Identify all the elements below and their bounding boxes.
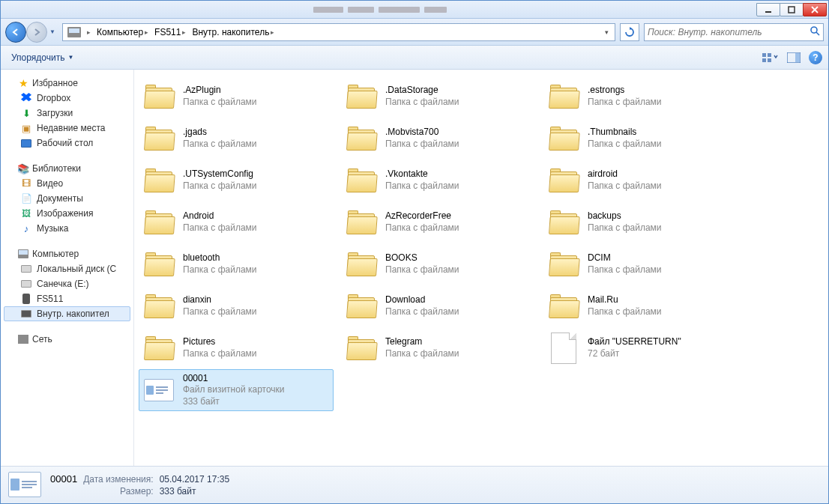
file-text: bluetoothПапка с файлами <box>183 252 257 276</box>
sidebar-item-downloads[interactable]: ⬇Загрузки <box>4 106 130 121</box>
file-name: Android <box>183 210 257 222</box>
file-item[interactable]: .estrongsПапка с файлами <box>543 76 738 118</box>
item-label: Документы <box>37 193 83 204</box>
sidebar-item-dropbox[interactable]: Dropbox <box>4 91 130 106</box>
item-label: Санечка (E:) <box>37 279 88 289</box>
folder-icon <box>142 248 175 281</box>
file-subtitle: Папка с файлами <box>588 222 662 234</box>
svg-rect-6 <box>762 53 766 57</box>
preview-pane-button[interactable] <box>785 49 803 66</box>
svg-rect-11 <box>795 53 800 62</box>
sidebar-item-videos[interactable]: 🎞Видео <box>4 176 130 191</box>
file-text: 00001Файл визитной карточки333 байт <box>183 373 285 408</box>
file-column: .DataStorageПапка с файлами.Mobvista700П… <box>341 76 536 411</box>
file-item[interactable]: dianxinПапка с файлами <box>139 285 334 327</box>
sidebar-group-favorites: ★ Избранное Dropbox ⬇Загрузки ▣Недавние … <box>4 76 130 151</box>
sidebar-head-libraries[interactable]: 📚 Библиотеки <box>4 161 130 176</box>
status-title: 00001 <box>50 473 77 485</box>
sidebar-item-internal-storage[interactable]: Внутр. накопител <box>4 306 130 321</box>
file-text: backupsПапка с файлами <box>588 210 662 234</box>
sidebar-head-favorites[interactable]: ★ Избранное <box>4 76 130 91</box>
file-subtitle: Папка с файлами <box>385 306 459 318</box>
sidebar-head-network[interactable]: Сеть <box>4 332 130 347</box>
address-dropdown[interactable]: ▾ <box>600 28 613 36</box>
folder-icon <box>345 80 378 113</box>
forward-button[interactable] <box>26 22 47 43</box>
file-subtitle: Файл визитной карточки <box>183 384 285 396</box>
file-subtitle: Папка с файлами <box>588 97 662 109</box>
video-icon: 🎞 <box>20 177 32 189</box>
file-item[interactable]: airdroidПапка с файлами <box>543 160 738 201</box>
search-input[interactable] <box>648 27 810 37</box>
file-item[interactable]: 00001Файл визитной карточки333 байт <box>139 369 334 411</box>
file-item[interactable]: .Mobvista700Папка с файлами <box>341 118 536 160</box>
refresh-button[interactable] <box>620 23 639 41</box>
file-item[interactable]: PicturesПапка с файлами <box>139 327 334 369</box>
dropbox-icon <box>20 92 32 104</box>
file-item[interactable]: .VkontakteПапка с файлами <box>341 160 536 201</box>
crumb-sep-root[interactable]: ▸ <box>84 24 94 40</box>
folder-icon <box>547 80 580 113</box>
help-button[interactable]: ? <box>809 51 822 64</box>
item-label: Загрузки <box>37 108 73 118</box>
search-icon[interactable] <box>810 25 820 38</box>
star-icon: ★ <box>17 77 29 89</box>
status-date-label: Дата изменения: <box>83 474 154 485</box>
sidebar: ★ Избранное Dropbox ⬇Загрузки ▣Недавние … <box>1 70 134 466</box>
computer-label: Компьютер <box>32 249 79 259</box>
close-button[interactable] <box>803 3 827 16</box>
file-item[interactable]: .AzPluginПапка с файлами <box>139 76 334 118</box>
file-text: .Mobvista700Папка с файлами <box>385 127 459 150</box>
hdd-icon <box>20 263 32 275</box>
file-item[interactable]: backupsПапка с файлами <box>543 201 738 243</box>
minimize-button[interactable] <box>756 3 780 16</box>
file-item[interactable]: AzRecorderFreeПапка с файлами <box>341 201 536 243</box>
sidebar-item-sanechka[interactable]: Санечка (E:) <box>4 276 130 291</box>
file-item[interactable]: .ThumbnailsПапка с файлами <box>543 118 738 160</box>
sidebar-item-desktop[interactable]: Рабочий стол <box>4 136 130 151</box>
crumb-computer[interactable]: Компьютер▸ <box>94 24 151 40</box>
file-subtitle: Папка с файлами <box>385 139 459 151</box>
main-area: ★ Избранное Dropbox ⬇Загрузки ▣Недавние … <box>1 70 828 466</box>
file-name: airdroid <box>588 168 662 180</box>
svg-rect-9 <box>768 58 771 62</box>
file-item[interactable]: TelegramПапка с файлами <box>341 327 536 369</box>
crumb-internal[interactable]: Внутр. накопитель▸ <box>189 24 277 40</box>
file-text: .VkontakteПапка с файлами <box>385 168 459 192</box>
file-item[interactable]: BOOKSПапка с файлами <box>341 243 536 285</box>
file-list[interactable]: .AzPluginПапка с файлами.jgadsПапка с фа… <box>134 70 828 466</box>
file-subtitle: Папка с файлами <box>588 306 662 318</box>
file-item[interactable]: Mail.RuПапка с файлами <box>543 285 738 327</box>
sidebar-item-localdisk[interactable]: Локальный диск (C <box>4 261 130 276</box>
file-item[interactable]: .jgadsПапка с файлами <box>139 118 334 160</box>
back-button[interactable] <box>5 22 26 43</box>
file-subtitle: Папка с файлами <box>588 264 662 276</box>
network-icon <box>17 333 29 345</box>
file-item[interactable]: bluetoothПапка с файлами <box>139 243 334 285</box>
sidebar-item-fs511[interactable]: FS511 <box>4 291 130 306</box>
file-item[interactable]: AndroidПапка с файлами <box>139 201 334 243</box>
crumb-fs511[interactable]: FS511▸ <box>151 24 189 40</box>
libraries-label: Библиотеки <box>32 163 81 174</box>
file-column: .AzPluginПапка с файлами.jgadsПапка с фа… <box>139 76 334 411</box>
view-options-button[interactable] <box>761 49 779 66</box>
address-bar[interactable]: ▸ Компьютер▸ FS511▸ Внутр. накопитель▸ ▾ <box>62 23 615 41</box>
sidebar-item-images[interactable]: 🖼Изображения <box>4 206 130 221</box>
sidebar-item-music[interactable]: ♪Музыка <box>4 221 130 236</box>
sidebar-item-recent[interactable]: ▣Недавние места <box>4 121 130 136</box>
recent-icon: ▣ <box>20 122 32 134</box>
sidebar-head-computer[interactable]: Компьютер <box>4 246 130 261</box>
history-dropdown[interactable]: ▼ <box>47 22 58 43</box>
file-item[interactable]: DownloadПапка с файлами <box>341 285 536 327</box>
title-blur <box>313 7 447 13</box>
search-box[interactable] <box>644 23 824 41</box>
file-item[interactable]: Файл "USERRETURN"72 байт <box>543 327 738 369</box>
file-item[interactable]: .DataStorageПапка с файлами <box>341 76 536 118</box>
file-name: .Thumbnails <box>588 127 662 139</box>
vcard-icon <box>142 374 175 407</box>
maximize-button[interactable] <box>780 3 804 16</box>
sidebar-item-documents[interactable]: 📄Документы <box>4 191 130 206</box>
file-item[interactable]: .UTSystemConfigПапка с файлами <box>139 160 334 201</box>
organize-menu[interactable]: Упорядочить ▼ <box>7 51 78 64</box>
file-item[interactable]: DCIMПапка с файлами <box>543 243 738 285</box>
